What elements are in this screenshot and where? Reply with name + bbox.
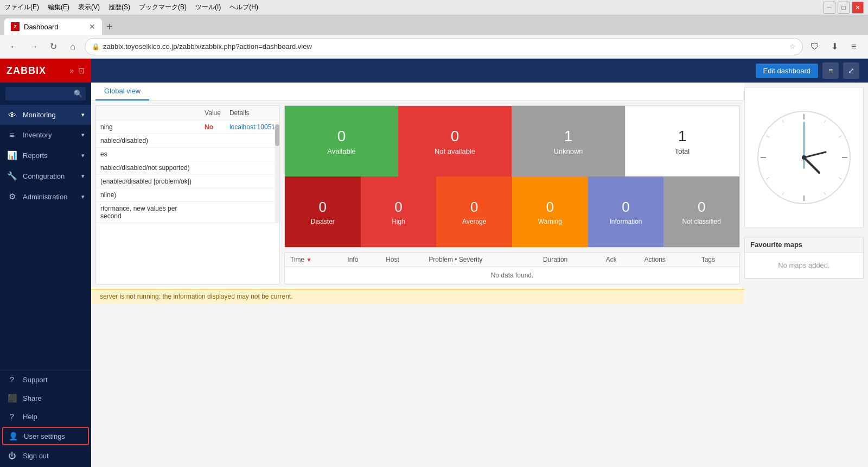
col-info[interactable]: Info [342, 253, 380, 267]
sidebar-item-configuration-label: Configuration [23, 172, 65, 180]
list-view-button[interactable]: ≡ [822, 62, 839, 79]
scroll-thumb[interactable] [275, 124, 279, 146]
user-icon: 👤 [8, 432, 18, 440]
config-icon: 🔧 [7, 171, 17, 181]
security-icon: 🔒 [92, 43, 100, 51]
sidebar-item-configuration[interactable]: 🔧 Configuration ▾ [0, 166, 91, 186]
not-available-count: 0 [451, 128, 459, 145]
address-input[interactable]: zabbix.toyoseikico.co.jp/zabbix/zabbix.p… [103, 42, 786, 51]
col-ack[interactable]: Ack [601, 253, 639, 267]
no-data-cell: No data found. [285, 267, 739, 284]
sysinfo-row-label-3: es [96, 148, 200, 161]
not-classified-label: Not classified [682, 218, 721, 225]
severity-information[interactable]: 0 Information [588, 176, 664, 247]
sidebar-item-user-settings[interactable]: 👤 User settings [2, 427, 89, 445]
table-row: rformance, new values per second [96, 202, 279, 223]
severity-disaster[interactable]: 0 Disaster [285, 176, 361, 247]
host-box-total[interactable]: 1 Total [625, 106, 739, 176]
severity-average[interactable]: 0 Average [436, 176, 512, 247]
menu-history[interactable]: 履歴(S) [108, 3, 130, 12]
menu-file[interactable]: ファイル(E) [4, 3, 39, 12]
col-tags[interactable]: Tags [696, 253, 739, 267]
sidebar-item-support-label: Support [23, 376, 48, 384]
table-row: (enabled/disabled [problem/ok]) [96, 175, 279, 188]
active-tab[interactable]: Z Dashboard ✕ [4, 18, 102, 35]
col-host[interactable]: Host [380, 253, 423, 267]
tab-close-button[interactable]: ✕ [89, 22, 95, 31]
chevron-down-icon-2: ▾ [81, 131, 85, 138]
sidebar-toggle-icons: » ⊡ [69, 66, 85, 75]
host-panel: 0 Available 0 Not available 1 Unknown [284, 105, 740, 248]
sidebar-item-share[interactable]: ⬛ Share [0, 389, 91, 407]
sidebar-item-inventory[interactable]: ≡ Inventory ▾ [0, 125, 91, 145]
sidebar-item-help[interactable]: ? Help [0, 407, 91, 426]
search-wrapper: 🔍 [5, 87, 86, 100]
col-problem[interactable]: Problem • Severity [423, 253, 538, 267]
disaster-label: Disaster [311, 218, 335, 225]
back-button[interactable]: ← [7, 39, 22, 54]
dashboard-panels: Value Details ning No localhost:10051 [91, 101, 744, 289]
host-box-unknown[interactable]: 1 Unknown [512, 106, 625, 176]
zabbix-logo: ZABBIX [7, 65, 46, 77]
new-tab-button[interactable]: + [102, 18, 117, 35]
warning-count: 0 [546, 199, 554, 216]
menu-edit[interactable]: 編集(E) [48, 3, 69, 12]
sidebar-item-sign-out-label: Sign out [23, 452, 49, 460]
address-bar[interactable]: 🔒 zabbix.toyoseikico.co.jp/zabbix/zabbix… [85, 38, 803, 55]
sidebar-search-area: 🔍 [0, 83, 91, 105]
scroll-indicator[interactable] [275, 122, 279, 223]
col-actions[interactable]: Actions [639, 253, 696, 267]
severity-high[interactable]: 0 High [361, 176, 437, 247]
host-box-available[interactable]: 0 Available [285, 106, 398, 176]
col-time[interactable]: Time ▼ [285, 253, 342, 267]
admin-icon: ⚙ [7, 192, 17, 201]
menu-view[interactable]: 表示(V) [78, 3, 100, 12]
menu-bookmark[interactable]: ブックマーク(B) [139, 3, 187, 12]
not-classified-count: 0 [698, 199, 705, 216]
browser-minimize[interactable]: ─ [824, 2, 835, 14]
dashboard-main: Global view Value Details [91, 83, 744, 467]
available-count: 0 [337, 128, 346, 145]
browser-maximize[interactable]: □ [838, 2, 850, 14]
sidebar-header: ZABBIX » ⊡ [0, 59, 91, 83]
menu-tools[interactable]: ツール(I) [195, 3, 221, 12]
star-icon[interactable]: ☆ [789, 42, 796, 51]
bottom-warning-bar: server is not running: the information d… [91, 289, 744, 304]
expand-icon[interactable]: » [69, 66, 74, 75]
menu-help[interactable]: ヘルプ(H) [229, 3, 258, 12]
host-availability: 0 Available 0 Not available 1 Unknown [285, 106, 739, 176]
shield-icon[interactable]: 🛡 [807, 39, 822, 54]
edit-dashboard-button[interactable]: Edit dashboard [756, 64, 818, 78]
problem-severity: 0 Disaster 0 High 0 Average [285, 176, 739, 247]
sidebar-item-administration[interactable]: ⚙ Administration ▾ [0, 186, 91, 207]
problems-table: Time ▼ Info Host Problem • Severity Dura… [285, 253, 739, 284]
sysinfo-row-label-7: rformance, new values per second [96, 202, 200, 223]
sidebar-item-help-label: Help [23, 413, 37, 421]
severity-warning[interactable]: 0 Warning [512, 176, 588, 247]
help-icon: ? [7, 412, 17, 421]
tab-global-view[interactable]: Global view [95, 83, 149, 100]
reload-button[interactable]: ↻ [46, 39, 61, 54]
browser-actions: 🛡 ⬇ ≡ [807, 39, 861, 54]
sidebar-item-support[interactable]: ? Support [0, 370, 91, 389]
sidebar-item-sign-out[interactable]: ⏻ Sign out [0, 446, 91, 465]
severity-not-classified[interactable]: 0 Not classified [663, 176, 739, 247]
home-button[interactable]: ⌂ [65, 39, 80, 54]
fullscreen-button[interactable]: ⤢ [843, 62, 859, 79]
sidebar-item-monitoring[interactable]: 👁 Monitoring ▾ [0, 105, 91, 125]
sysinfo-row-label-2: nabled/disabled) [96, 134, 200, 148]
host-box-not-available[interactable]: 0 Not available [398, 106, 512, 176]
col-duration[interactable]: Duration [538, 253, 601, 267]
sysinfo-row-value-7 [200, 202, 225, 223]
menu-icon[interactable]: ≡ [846, 39, 861, 54]
sysinfo-row-value-5 [200, 175, 225, 188]
chevron-down-icon-5: ▾ [81, 193, 85, 200]
browser-tab-bar: Z Dashboard ✕ + [0, 15, 868, 35]
no-maps-label: No maps added. [745, 253, 863, 278]
sidebar-item-reports[interactable]: 📊 Reports ▾ [0, 145, 91, 166]
download-icon[interactable]: ⬇ [827, 39, 842, 54]
forward-button[interactable]: → [26, 39, 41, 54]
tab-title: Dashboard [24, 23, 59, 31]
browser-close[interactable]: ✕ [852, 2, 864, 14]
fullscreen-icon[interactable]: ⊡ [78, 66, 85, 75]
